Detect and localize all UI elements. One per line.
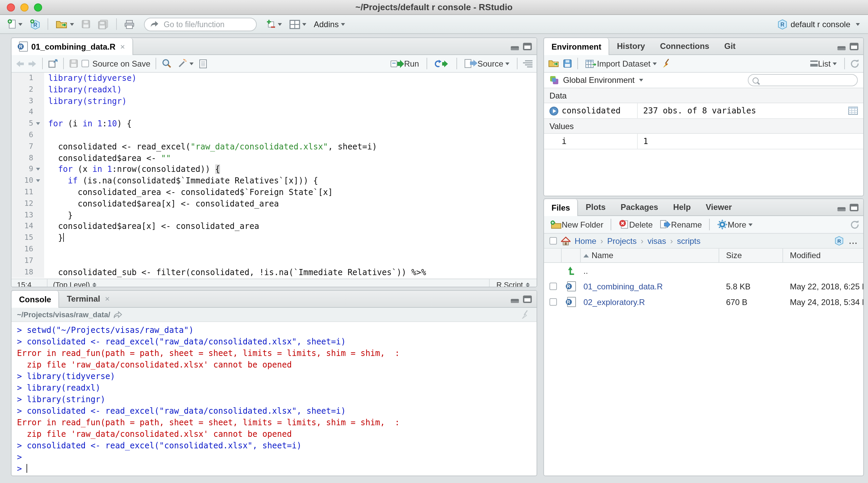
environment-scope-selector[interactable]: Global Environment [563, 75, 644, 85]
code-line[interactable]: 15 } [12, 232, 537, 244]
column-header-modified[interactable]: Modified [783, 249, 863, 262]
code-line[interactable]: 11 consolidated_area <- consolidated$`Fo… [12, 187, 537, 198]
maximize-pane-icon[interactable] [523, 295, 532, 303]
console-output[interactable]: > setwd("~/Projects/visas/raw_data")> co… [12, 322, 537, 475]
version-control-button[interactable] [264, 18, 284, 30]
code-line[interactable]: 6 [12, 130, 537, 141]
more-button[interactable]: More [716, 218, 755, 231]
expand-object-icon[interactable] [549, 106, 558, 115]
code-line[interactable]: 18 consolidated_sub <- filter(consolidat… [12, 267, 537, 278]
file-row[interactable]: .. [544, 263, 863, 279]
breadcrumb-item-visas[interactable]: visas [648, 236, 666, 246]
breadcrumb-item-projects[interactable]: Projects [607, 236, 637, 246]
code-line[interactable]: 12 consolidated$area[x] <- consolidated_… [12, 198, 537, 210]
goto-directory-icon[interactable] [114, 311, 123, 318]
code-line[interactable]: 7 consolidated <- read_excel("raw_data/c… [12, 141, 537, 153]
code-line[interactable]: 13 } [12, 210, 537, 221]
clear-environment-icon[interactable] [662, 58, 672, 69]
maximize-pane-icon[interactable] [523, 42, 532, 50]
delete-button[interactable]: Delete [617, 218, 655, 231]
tab-help[interactable]: Help [666, 199, 698, 215]
fold-toggle[interactable] [33, 164, 43, 176]
code-line[interactable]: 10 if (is.na(consolidated$`Immediate Rel… [12, 175, 537, 187]
save-all-button[interactable] [96, 18, 111, 30]
view-data-icon[interactable] [848, 107, 863, 115]
code-line[interactable]: 8 consolidated$area <- "" [12, 153, 537, 164]
import-dataset-button[interactable]: Import Dataset [583, 57, 658, 70]
new-file-button[interactable] [5, 18, 24, 31]
source-on-save-checkbox[interactable] [82, 60, 89, 67]
environment-object-row[interactable]: consolidated237 obs. of 8 variables [544, 103, 863, 119]
goto-file-function-box[interactable] [144, 17, 257, 31]
minimize-pane-icon[interactable] [837, 46, 846, 50]
home-icon[interactable] [561, 236, 571, 246]
load-workspace-icon[interactable] [548, 59, 560, 68]
back-icon[interactable] [16, 59, 24, 68]
code-editor[interactable]: 1library(tidyverse)2library(readxl)3libr… [12, 73, 537, 279]
file-type-selector[interactable]: R Script [489, 279, 537, 287]
tab-history[interactable]: History [610, 38, 653, 54]
minimize-pane-icon[interactable] [511, 299, 519, 303]
environment-view-mode-button[interactable]: List [809, 57, 839, 70]
more-breadcrumb-button[interactable]: ... [849, 236, 858, 246]
fold-toggle[interactable] [33, 175, 43, 187]
select-all-checkbox[interactable] [549, 237, 557, 245]
new-project-button[interactable]: R [28, 17, 42, 31]
tab-console[interactable]: Console [12, 291, 59, 308]
code-line[interactable]: 16 [12, 244, 537, 255]
refresh-icon[interactable] [850, 220, 859, 229]
project-menu-button[interactable]: R default r console [778, 19, 863, 30]
breadcrumb-item-home[interactable]: Home [575, 236, 596, 246]
refresh-icon[interactable] [850, 59, 859, 68]
close-tab-icon[interactable]: × [120, 42, 125, 51]
goto-file-function-input[interactable] [162, 19, 251, 29]
show-in-new-window-icon[interactable] [48, 59, 58, 68]
tab-plots[interactable]: Plots [578, 199, 613, 215]
scope-selector[interactable]: (Top Level) [47, 279, 102, 287]
tab-git[interactable]: Git [717, 38, 743, 54]
close-tab-icon[interactable]: × [105, 294, 110, 304]
file-name-link[interactable]: .. [581, 266, 719, 275]
file-checkbox[interactable] [549, 298, 557, 306]
minimize-pane-icon[interactable] [837, 207, 846, 211]
save-button[interactable] [79, 18, 92, 30]
new-folder-button[interactable]: New Folder [548, 218, 605, 231]
breadcrumb-item-scripts[interactable]: scripts [677, 236, 700, 246]
column-header-name[interactable]: Name [581, 249, 719, 262]
source-button[interactable]: Source [463, 57, 511, 70]
print-button[interactable] [122, 18, 137, 30]
fold-toggle[interactable] [33, 118, 43, 130]
code-line[interactable]: 5for (i in 1:10) { [12, 118, 537, 130]
environment-search-box[interactable] [748, 74, 858, 86]
save-source-icon[interactable] [69, 59, 78, 68]
run-button[interactable]: Run [388, 57, 421, 70]
addins-button[interactable]: Addins [312, 18, 347, 30]
tab-terminal[interactable]: Terminal× [59, 291, 117, 307]
code-line[interactable]: 1library(tidyverse) [12, 73, 537, 84]
compile-report-icon[interactable] [199, 59, 207, 68]
clear-console-icon[interactable] [521, 309, 531, 320]
workspace-panes-button[interactable] [287, 18, 308, 30]
tab-environment[interactable]: Environment [544, 38, 610, 55]
file-name-link[interactable]: 01_combining_data.R [581, 282, 719, 291]
tab-files[interactable]: Files [544, 199, 578, 216]
up-directory-icon[interactable] [567, 266, 576, 275]
file-row[interactable]: 01_combining_data.R5.8 KBMay 22, 2018, 6… [544, 279, 863, 294]
open-file-button[interactable] [54, 18, 76, 30]
maximize-pane-icon[interactable] [850, 203, 858, 211]
forward-icon[interactable] [28, 59, 37, 68]
file-row[interactable]: 02_exploratory.R670 BMay 24, 2018, 5:34 … [544, 294, 863, 310]
document-outline-icon[interactable] [523, 59, 532, 68]
environment-object-row[interactable]: i1 [544, 134, 863, 149]
code-tools-button[interactable] [176, 57, 196, 70]
code-line[interactable]: 14 consolidated$area[x] <- consolidated_… [12, 221, 537, 233]
tab-viewer[interactable]: Viewer [698, 199, 739, 215]
rerun-button[interactable] [433, 58, 451, 69]
tab-connections[interactable]: Connections [652, 38, 717, 54]
code-line[interactable]: 17 [12, 255, 537, 267]
code-line[interactable]: 9 for (x in 1:nrow(consolidated)) { [12, 164, 537, 176]
maximize-pane-icon[interactable] [850, 42, 858, 50]
tab-packages[interactable]: Packages [613, 199, 666, 215]
code-line[interactable]: 4 [12, 107, 537, 119]
rename-button[interactable]: Rename [658, 218, 704, 231]
